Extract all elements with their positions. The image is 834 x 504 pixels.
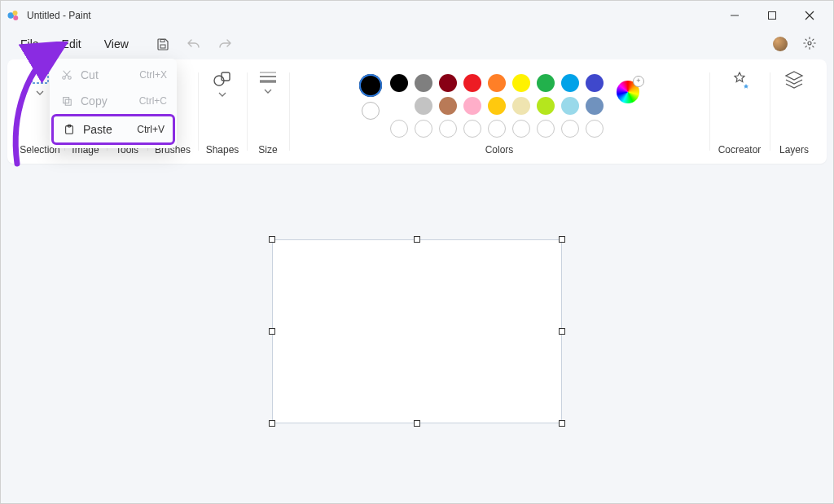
- copy-icon: [59, 95, 74, 107]
- selection-tool[interactable]: [29, 69, 51, 95]
- resize-handle-ne[interactable]: [559, 236, 565, 243]
- svg-rect-19: [64, 98, 69, 103]
- resize-handle-e[interactable]: [559, 328, 565, 335]
- resize-handle-s[interactable]: [414, 420, 420, 427]
- window-title: Untitled - Paint: [27, 10, 91, 21]
- color-swatch-empty[interactable]: [463, 120, 481, 138]
- color-swatch[interactable]: [488, 74, 506, 92]
- color-swatch-empty[interactable]: [512, 120, 530, 138]
- color-palette: [390, 74, 604, 138]
- menu-file[interactable]: File: [9, 33, 50, 55]
- ribbon-size-group: Size: [247, 66, 289, 157]
- minimize-button[interactable]: [716, 1, 753, 30]
- window-controls: [716, 1, 828, 30]
- svg-rect-7: [160, 45, 165, 48]
- size-tool[interactable]: [258, 69, 278, 94]
- close-button[interactable]: [791, 1, 828, 30]
- ribbon-colors-label: Colors: [485, 144, 514, 156]
- color-swatch[interactable]: [488, 97, 506, 115]
- ribbon-shapes-group: Shapes: [198, 66, 247, 157]
- canvas-area: [1, 170, 833, 493]
- user-avatar[interactable]: [773, 37, 788, 51]
- menu-view[interactable]: View: [93, 33, 140, 55]
- paste-label: Paste: [83, 123, 112, 136]
- title-bar: Untitled - Paint: [1, 1, 833, 30]
- color-swatch[interactable]: [390, 97, 408, 115]
- color-swatch[interactable]: [463, 97, 481, 115]
- color-swatch[interactable]: [512, 74, 530, 92]
- primary-color-swatch[interactable]: [359, 74, 382, 97]
- cut-icon: [59, 69, 74, 81]
- canvas[interactable]: [272, 239, 562, 423]
- color-swatch[interactable]: [463, 74, 481, 92]
- color-swatch[interactable]: [512, 97, 530, 115]
- svg-rect-10: [32, 72, 48, 83]
- paste-shortcut: Ctrl+V: [137, 124, 165, 135]
- resize-handle-se[interactable]: [559, 420, 565, 427]
- menu-edit[interactable]: Edit: [50, 33, 93, 55]
- quick-access-toolbar: [155, 36, 233, 52]
- color-swatch[interactable]: [439, 97, 457, 115]
- color-swatch[interactable]: [439, 74, 457, 92]
- ribbon-shapes-label: Shapes: [206, 144, 239, 156]
- color-swatch[interactable]: [415, 97, 432, 115]
- resize-handle-nw[interactable]: [269, 236, 275, 243]
- svg-point-17: [63, 77, 66, 80]
- color-swatch-empty[interactable]: [488, 120, 506, 138]
- edit-dropdown-menu: Cut Ctrl+X Copy Ctrl+C Paste Ctrl+V: [50, 59, 177, 148]
- svg-point-2: [13, 15, 18, 20]
- redo-icon[interactable]: [217, 36, 233, 52]
- ribbon-layers-group: Layers: [770, 66, 819, 157]
- maximize-button[interactable]: [753, 1, 791, 30]
- layers-button[interactable]: [784, 69, 805, 90]
- ribbon-colors-group: Colors: [289, 66, 709, 157]
- color-swatch[interactable]: [537, 97, 555, 115]
- color-swatch-empty[interactable]: [561, 120, 579, 138]
- settings-icon[interactable]: [802, 36, 817, 53]
- resize-handle-sw[interactable]: [269, 420, 275, 427]
- undo-icon[interactable]: [186, 36, 202, 52]
- svg-rect-13: [222, 72, 230, 81]
- color-swatch[interactable]: [586, 74, 604, 92]
- svg-point-1: [13, 11, 18, 15]
- menu-item-copy[interactable]: Copy Ctrl+C: [51, 88, 175, 114]
- save-icon[interactable]: [155, 36, 171, 52]
- shapes-tool[interactable]: [212, 69, 233, 97]
- color-swatch-empty[interactable]: [439, 120, 457, 138]
- secondary-color-swatch[interactable]: [362, 102, 380, 120]
- resize-handle-w[interactable]: [269, 328, 275, 335]
- app-icon: [6, 7, 22, 24]
- paste-icon: [62, 124, 77, 135]
- ribbon-size-label: Size: [258, 144, 277, 156]
- color-swatch[interactable]: [537, 74, 555, 92]
- copy-shortcut: Ctrl+C: [139, 95, 167, 107]
- resize-handle-n[interactable]: [414, 236, 420, 243]
- ribbon-cocreator-label: Cocreator: [718, 144, 762, 156]
- color-swatch-empty[interactable]: [586, 120, 604, 138]
- cut-label: Cut: [81, 68, 99, 81]
- color-swatch[interactable]: [561, 97, 579, 115]
- menu-bar: File Edit View: [1, 30, 833, 58]
- ribbon-layers-label: Layers: [779, 144, 809, 156]
- menu-item-paste[interactable]: Paste Ctrl+V: [51, 114, 175, 145]
- svg-point-18: [68, 77, 72, 80]
- color-swatch[interactable]: [415, 74, 432, 92]
- svg-rect-4: [769, 12, 776, 20]
- menu-item-cut[interactable]: Cut Ctrl+X: [51, 62, 175, 88]
- color-swatch[interactable]: [390, 74, 408, 92]
- copy-label: Copy: [81, 94, 108, 107]
- color-swatch-empty[interactable]: [537, 120, 555, 138]
- edit-colors-button[interactable]: [617, 81, 639, 103]
- svg-rect-20: [65, 99, 71, 105]
- color-swatch-empty[interactable]: [415, 120, 432, 138]
- color-swatch[interactable]: [561, 74, 579, 92]
- cocreator-button[interactable]: [728, 69, 751, 92]
- svg-rect-8: [160, 40, 165, 42]
- ribbon-cocreator-group: Cocreator: [709, 66, 770, 157]
- svg-point-9: [808, 42, 811, 45]
- color-swatch[interactable]: [586, 97, 604, 115]
- color-swatch-empty[interactable]: [390, 120, 408, 138]
- cut-shortcut: Ctrl+X: [139, 69, 167, 81]
